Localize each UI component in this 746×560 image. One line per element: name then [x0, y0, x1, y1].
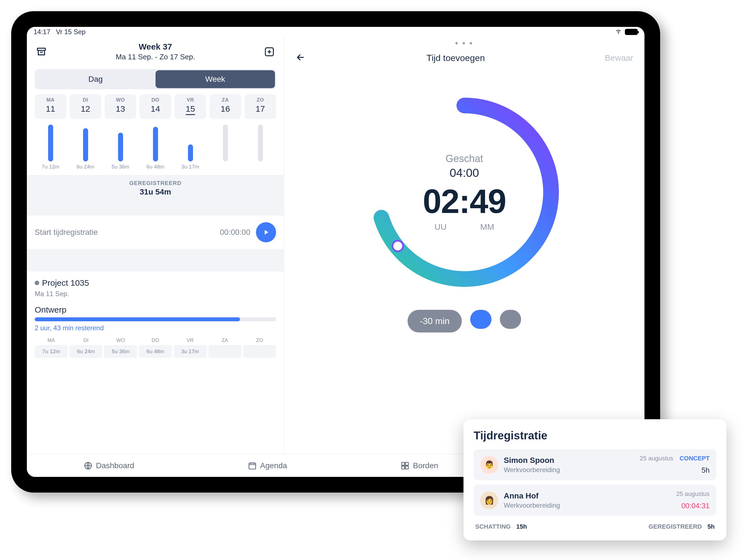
play-button[interactable]	[256, 222, 276, 242]
reg-label: GEREGISTREERD	[649, 523, 702, 530]
project-date: Ma 11 Sep.	[35, 290, 276, 298]
entry-status-tag: CONCEPT	[680, 455, 710, 462]
day-tab-zo[interactable]: ZO17	[245, 94, 276, 119]
week-title: Week 37	[48, 42, 263, 52]
est-value: 15h	[516, 523, 527, 530]
ok-button[interactable]	[470, 310, 491, 329]
spacer	[27, 249, 284, 272]
wifi-icon	[615, 28, 622, 36]
day-tab-di[interactable]: DI12	[70, 94, 101, 119]
time-adjust-pills: -30 min	[284, 310, 644, 333]
nav-borden[interactable]: Borden	[401, 461, 438, 470]
avatar: 👩	[480, 492, 498, 509]
drag-handle-icon[interactable]: ● ● ●	[284, 37, 644, 49]
entry-sub: Werkvoorbereiding	[504, 502, 670, 509]
plus-30-button[interactable]	[500, 310, 521, 329]
time-dial[interactable]: Geschat 04:00 02:49 UU MM	[284, 91, 644, 293]
nav-agenda[interactable]: Agenda	[248, 461, 287, 470]
overlay-title: Tijdregistratie	[474, 429, 716, 442]
nav-dashboard[interactable]: Dashboard	[84, 461, 134, 470]
entry-sub: Werkvoorbereiding	[504, 466, 634, 474]
reg-value: 5h	[708, 523, 715, 530]
spacer	[27, 201, 284, 216]
statusbar-time: 14:17	[34, 28, 50, 36]
back-button[interactable]	[295, 52, 307, 63]
main-time: 02:49	[423, 182, 506, 221]
add-button[interactable]	[263, 45, 276, 58]
calendar-icon	[248, 461, 257, 470]
task-name: Ontwerp	[35, 305, 276, 314]
day-tabs: MA11 DI12 WO13 DO14 VR15 ZA16 ZO17	[27, 94, 284, 119]
seg-week[interactable]: Week	[155, 70, 275, 88]
entry-name: Anna Hof	[504, 492, 670, 500]
est-label: SCHATTING	[475, 523, 511, 530]
day-tab-vr[interactable]: VR15	[175, 94, 206, 119]
entry-hours: 00:04:31	[676, 502, 710, 510]
left-pane: Week 37 Ma 11 Sep. - Zo 17 Sep. Dag Week…	[27, 37, 284, 477]
entry-date: 25 augustus	[676, 490, 710, 497]
project-name: Project 1035	[42, 278, 89, 288]
time-entry[interactable]: 👩 Anna Hof Werkvoorbereiding 25 augustus…	[474, 485, 716, 516]
start-registration-row[interactable]: Start tijdregistratie 00:00:00	[27, 216, 284, 249]
dial-handle[interactable]	[392, 240, 404, 252]
seg-dag[interactable]: Dag	[36, 70, 155, 88]
start-label: Start tijdregistratie	[35, 228, 214, 237]
globe-icon	[84, 461, 93, 470]
archive-icon[interactable]	[35, 45, 48, 58]
boards-icon	[401, 461, 409, 470]
remaining-text: 2 uur, 43 min resterend	[35, 324, 276, 332]
svg-rect-5	[249, 463, 256, 469]
week-bars	[27, 119, 284, 164]
right-pane: ● ● ● Tijd toevoegen Bewaar	[284, 37, 644, 477]
dag-week-segmented[interactable]: Dag Week	[35, 69, 276, 89]
save-button[interactable]: Bewaar	[605, 53, 633, 63]
svg-rect-9	[406, 466, 409, 469]
project-status-dot	[35, 281, 39, 285]
registered-value: 31u 54m	[27, 188, 284, 196]
uu-label: UU	[434, 222, 447, 232]
week-range: Ma 11 Sep. - Zo 17 Sep.	[48, 53, 263, 61]
day-tab-do[interactable]: DO14	[140, 94, 171, 119]
progress-bar	[35, 317, 276, 321]
minus-30-button[interactable]: -30 min	[407, 310, 462, 333]
bar-labels: 7u 12m 6u 24m 5u 36m 6u 48m 3u 17m	[27, 164, 284, 175]
overlay-footer: SCHATTING 15h GEREGISTREERD 5h	[474, 520, 716, 530]
mini-day-headers: MA DI WO DO VR ZA ZO	[35, 337, 276, 343]
statusbar-date: Vr 15 Sep	[56, 28, 86, 36]
day-tab-ma[interactable]: MA11	[35, 94, 66, 119]
project-header[interactable]: Project 1035	[35, 278, 276, 288]
svg-rect-8	[402, 466, 405, 469]
entry-date: 25 augustus	[640, 455, 673, 462]
estimate-label: Geschat	[446, 153, 483, 165]
registered-summary: GEREGISTREERD 31u 54m	[27, 175, 284, 201]
right-title: Tijd toevoegen	[307, 53, 605, 63]
svg-rect-7	[406, 462, 409, 466]
day-tab-za[interactable]: ZA16	[209, 94, 241, 119]
screen: 14:17 Vr 15 Sep Week 37 Ma 11	[27, 27, 644, 477]
avatar: 👨	[480, 456, 498, 474]
entry-hours: 5h	[640, 466, 710, 475]
mm-label: MM	[480, 222, 494, 232]
time-entry[interactable]: 👨 Simon Spoon Werkvoorbereiding 25 augus…	[474, 449, 716, 480]
registered-label: GEREGISTREERD	[27, 180, 284, 187]
ios-statusbar: 14:17 Vr 15 Sep	[27, 27, 644, 37]
battery-icon	[625, 29, 638, 35]
svg-rect-0	[37, 48, 46, 50]
start-time: 00:00:00	[220, 228, 250, 237]
estimate-value: 04:00	[450, 166, 479, 180]
mini-day-values: 7u 12m 6u 24m 5u 36m 6u 48m 3u 17m	[35, 345, 276, 358]
svg-rect-6	[402, 462, 405, 466]
day-tab-wo[interactable]: WO13	[105, 94, 136, 119]
project-section: Project 1035 Ma 11 Sep. Ontwerp 2 uur, 4…	[27, 272, 284, 365]
entry-name: Simon Spoon	[504, 456, 634, 465]
tijdregistratie-card: Tijdregistratie 👨 Simon Spoon Werkvoorbe…	[463, 419, 726, 540]
